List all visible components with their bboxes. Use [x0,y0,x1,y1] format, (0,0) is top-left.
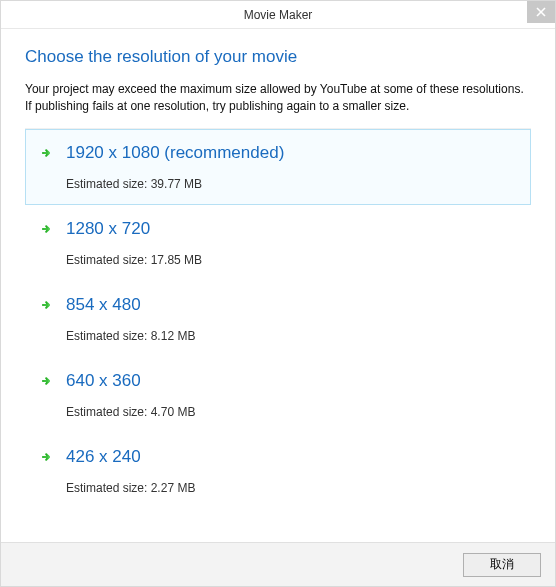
resolution-option[interactable]: 854 x 480Estimated size: 8.12 MB [25,281,531,357]
estimated-size: Estimated size: 2.27 MB [66,481,516,495]
resolution-label: 426 x 240 [66,447,141,467]
dialog-footer: 取消 [1,542,555,586]
arrow-right-icon [40,373,56,389]
page-heading: Choose the resolution of your movie [25,47,531,67]
estimated-size: Estimated size: 8.12 MB [66,329,516,343]
resolution-option[interactable]: 426 x 240Estimated size: 2.27 MB [25,433,531,509]
resolution-option[interactable]: 640 x 360Estimated size: 4.70 MB [25,357,531,433]
cancel-button[interactable]: 取消 [463,553,541,577]
arrow-right-icon [40,145,56,161]
arrow-right-icon [40,221,56,237]
dialog-window: Movie Maker Choose the resolution of you… [0,0,556,587]
resolution-label: 1280 x 720 [66,219,150,239]
arrow-right-icon [40,297,56,313]
arrow-right-icon [40,449,56,465]
page-description: Your project may exceed the maximum size… [25,81,531,116]
resolution-label: 1920 x 1080 (recommended) [66,143,284,163]
estimated-size: Estimated size: 39.77 MB [66,177,516,191]
resolution-label: 640 x 360 [66,371,141,391]
titlebar: Movie Maker [1,1,555,29]
resolution-option[interactable]: 1280 x 720Estimated size: 17.85 MB [25,205,531,281]
content-area: Choose the resolution of your movie Your… [1,29,555,542]
estimated-size: Estimated size: 17.85 MB [66,253,516,267]
close-button[interactable] [527,1,555,23]
window-title: Movie Maker [244,8,313,22]
close-icon [536,7,546,17]
resolution-option[interactable]: 1920 x 1080 (recommended)Estimated size:… [25,129,531,205]
resolution-label: 854 x 480 [66,295,141,315]
estimated-size: Estimated size: 4.70 MB [66,405,516,419]
resolution-options: 1920 x 1080 (recommended)Estimated size:… [25,128,531,509]
